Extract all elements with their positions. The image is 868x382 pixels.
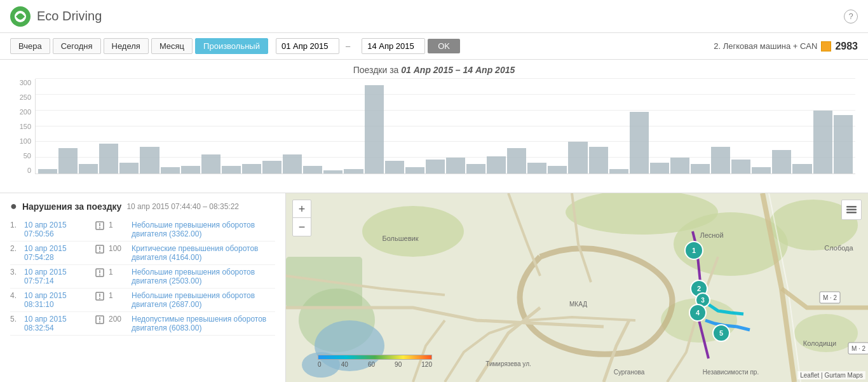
chart-bar[interactable] (466, 164, 485, 174)
date-to-input[interactable] (362, 38, 425, 54)
vr-icon-5 (95, 315, 105, 325)
chart-bar[interactable] (426, 160, 445, 174)
period-custom-button[interactable]: Произвольный (195, 38, 268, 54)
chart-y-axis: 0 50 100 150 200 250 300 (13, 79, 35, 174)
chart-bar[interactable] (385, 161, 404, 174)
violations-panel: ● Нарушения за поездку 10 апр 2015 07:44… (0, 193, 286, 382)
vr-time-3[interactable]: 10 апр 2015 07:57:14 (24, 268, 91, 285)
chart-bar[interactable] (303, 166, 322, 174)
vehicle-color-box (821, 41, 831, 51)
vr-num-1: 1. (10, 221, 20, 229)
map-legend: 0 40 60 90 120 (318, 355, 432, 368)
chart-bar[interactable] (834, 115, 853, 174)
help-button[interactable]: ? (844, 10, 858, 24)
svg-text:Лесной: Лесной (700, 231, 723, 239)
vehicle-info: 2. Легковая машина + CAN 2983 (714, 41, 858, 52)
chart-bar[interactable] (222, 166, 241, 174)
svg-rect-48 (846, 206, 857, 208)
chart-bar[interactable] (58, 148, 78, 174)
vr-desc-3[interactable]: Небольшие превышения оборотов двигателя … (132, 268, 275, 285)
chart-bar[interactable] (650, 163, 669, 174)
location-icon: ● (10, 200, 17, 213)
chart-bar[interactable] (38, 169, 57, 174)
layers-icon (845, 203, 858, 216)
chart-bar[interactable] (99, 144, 118, 174)
chart-bar[interactable] (711, 147, 730, 174)
svg-point-16 (362, 206, 464, 257)
date-from-input[interactable] (276, 38, 339, 54)
svg-text:4: 4 (696, 309, 700, 317)
chart-bar[interactable] (568, 142, 587, 174)
chart-bar[interactable] (589, 147, 608, 174)
chart-bar[interactable] (161, 167, 180, 174)
chart-bar[interactable] (752, 167, 771, 174)
vr-num-2: 2. (10, 244, 20, 253)
violations-title: Нарушения за поездку (22, 201, 122, 212)
chart-bar[interactable] (731, 160, 750, 174)
vr-time-5[interactable]: 10 апр 2015 08:32:54 (24, 315, 91, 332)
svg-text:Тимирязева ул.: Тимирязева ул. (485, 360, 531, 367)
violation-row: 4. 10 апр 2015 08:31:10 1 Небольшие прев… (10, 289, 275, 312)
chart-bar[interactable] (813, 111, 832, 174)
vr-icon-2 (95, 244, 105, 254)
chart-bar[interactable] (79, 164, 98, 174)
zoom-out-button[interactable]: − (293, 218, 311, 236)
period-yesterday-button[interactable]: Вчера (10, 38, 50, 54)
chart-bar[interactable] (119, 163, 139, 174)
vr-desc-4[interactable]: Небольшие превышения оборотов двигателя … (132, 291, 275, 309)
chart-area: Поездки за 01 Апр 2015 – 14 Апр 2015 0 5… (0, 60, 868, 193)
period-today-button[interactable]: Сегодня (53, 38, 101, 54)
svg-point-8 (99, 275, 100, 276)
chart-bar[interactable] (262, 161, 281, 174)
svg-rect-50 (846, 212, 857, 214)
bars-wrapper (36, 79, 855, 174)
chart-bar[interactable] (323, 170, 342, 174)
vr-time-2[interactable]: 10 апр 2015 07:54:28 (24, 244, 91, 262)
svg-point-2 (99, 228, 100, 229)
chart-bar[interactable] (670, 158, 689, 174)
vr-count-3: 1 (109, 268, 128, 276)
ok-button[interactable]: OK (428, 39, 460, 53)
map-layers-button[interactable] (841, 200, 862, 220)
violation-row: 2. 10 апр 2015 07:54:28 100 Критические … (10, 242, 275, 265)
chart-bar[interactable] (140, 147, 159, 174)
vehicle-label: 2. Легковая машина + CAN (714, 41, 817, 51)
vr-time-1[interactable]: 10 апр 2015 07:50:56 (24, 221, 91, 238)
map-area[interactable]: 1 2 3 4 5 Большевик Лесной МКАД Слобода … (286, 193, 868, 382)
chart-title: Поездки за 01 Апр 2015 – 14 Апр 2015 (13, 65, 855, 75)
svg-text:М · 2: М · 2 (851, 345, 866, 352)
chart-bar[interactable] (691, 164, 710, 174)
chart-bar[interactable] (548, 166, 567, 174)
chart-bar[interactable] (181, 166, 200, 174)
chart-bar[interactable] (344, 169, 363, 174)
svg-rect-49 (846, 209, 857, 211)
chart-bar[interactable] (201, 154, 220, 174)
svg-text:МКАД: МКАД (569, 301, 587, 308)
date-separator: – (342, 41, 354, 51)
vr-time-4[interactable]: 10 апр 2015 08:31:10 (24, 291, 91, 309)
zoom-in-button[interactable]: + (293, 200, 311, 218)
svg-text:2: 2 (697, 285, 701, 292)
period-month-button[interactable]: Месяц (151, 38, 193, 54)
svg-text:Независимости пр.: Независимости пр. (703, 369, 759, 376)
chart-bar[interactable] (507, 148, 526, 174)
legend-labels: 0 40 60 90 120 (318, 361, 432, 368)
chart-bar[interactable] (630, 112, 649, 174)
chart-bar[interactable] (446, 158, 465, 174)
chart-bar[interactable] (609, 169, 628, 174)
vr-desc-1[interactable]: Небольшие превышения оборотов двигателя … (132, 221, 275, 238)
vr-desc-2[interactable]: Критические превышения оборотов двигател… (132, 244, 275, 262)
chart-bar[interactable] (792, 164, 811, 174)
map-attribution: Leaflet | Gurtam Maps (797, 371, 865, 379)
chart-bar[interactable] (772, 150, 791, 174)
period-week-button[interactable]: Неделя (104, 38, 149, 54)
chart-bar[interactable] (405, 167, 424, 174)
chart-bar[interactable] (365, 85, 384, 174)
chart-bar[interactable] (242, 164, 261, 174)
chart-bar[interactable] (527, 163, 546, 174)
chart-bar[interactable] (487, 156, 506, 174)
map-svg: 1 2 3 4 5 Большевик Лесной МКАД Слобода … (286, 193, 868, 382)
violations-header: ● Нарушения за поездку 10 апр 2015 07:44… (10, 200, 275, 213)
vr-desc-5[interactable]: Недопустимые превышения оборотов двигате… (132, 315, 275, 332)
chart-bar[interactable] (283, 154, 302, 174)
